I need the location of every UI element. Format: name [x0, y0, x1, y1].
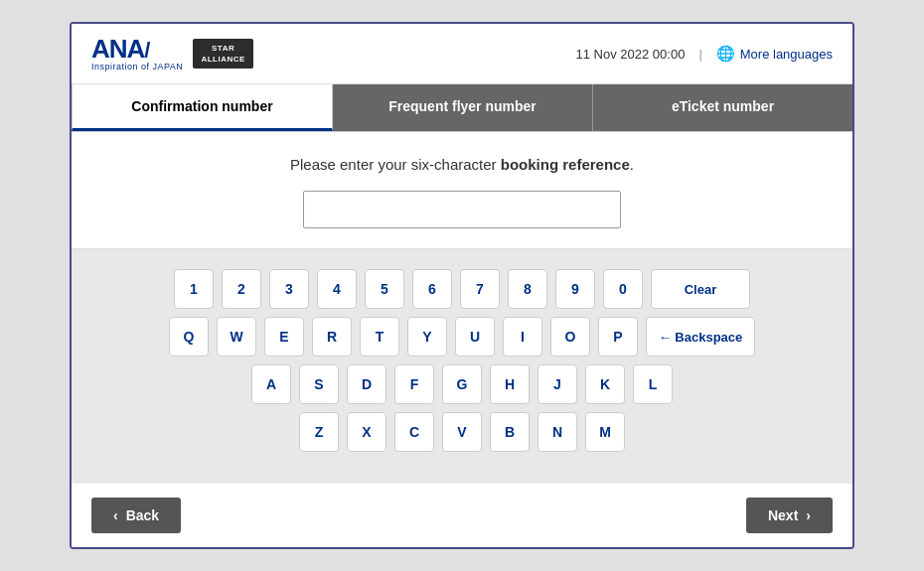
key-1[interactable]: 1 [174, 269, 214, 309]
more-languages-label: More languages [740, 47, 833, 62]
key-2[interactable]: 2 [222, 269, 261, 309]
input-wrapper [91, 191, 833, 228]
key-p[interactable]: P [598, 317, 638, 357]
key-v[interactable]: V [442, 412, 482, 452]
keyboard-row-z: Z X C V B N M [91, 412, 833, 452]
keyboard-row-q: Q W E R T Y U I O P ← Backspace [91, 317, 833, 357]
key-j[interactable]: J [538, 364, 577, 404]
next-button[interactable]: Next › [746, 498, 833, 533]
key-d[interactable]: D [347, 364, 386, 404]
keyboard-row-numbers: 1 2 3 4 5 6 7 8 9 0 Clear [91, 269, 833, 309]
key-s[interactable]: S [299, 364, 339, 404]
next-label: Next [768, 507, 798, 523]
key-u[interactable]: U [455, 317, 495, 357]
key-i[interactable]: I [503, 317, 542, 357]
ana-logo-text: ANA/ [91, 36, 149, 62]
footer: ‹ Back Next › [72, 484, 852, 547]
key-g[interactable]: G [442, 364, 482, 404]
key-k[interactable]: K [585, 364, 625, 404]
key-c[interactable]: C [394, 412, 434, 452]
key-4[interactable]: 4 [317, 269, 357, 309]
ana-tagline: Inspiration of JAPAN [91, 62, 183, 71]
main-container: ANA/ Inspiration of JAPAN STAR ALLIANCE … [70, 22, 854, 549]
header-divider: | [698, 47, 701, 62]
key-e[interactable]: E [264, 317, 304, 357]
backspace-arrow-icon: ← [659, 330, 672, 345]
back-button[interactable]: ‹ Back [91, 498, 181, 533]
key-8[interactable]: 8 [508, 269, 547, 309]
key-z[interactable]: Z [299, 412, 339, 452]
key-x[interactable]: X [347, 412, 386, 452]
tab-eticket[interactable]: eTicket number [593, 84, 852, 131]
key-6[interactable]: 6 [412, 269, 452, 309]
back-label: Back [126, 507, 159, 523]
key-0[interactable]: 0 [603, 269, 643, 309]
key-h[interactable]: H [490, 364, 530, 404]
key-t[interactable]: T [360, 317, 399, 357]
key-9[interactable]: 9 [555, 269, 595, 309]
key-o[interactable]: O [550, 317, 590, 357]
datetime: 11 Nov 2022 00:00 [576, 47, 686, 62]
more-languages-link[interactable]: 🌐 More languages [716, 45, 833, 63]
keyboard-section: 1 2 3 4 5 6 7 8 9 0 Clear Q W E R T Y U … [72, 249, 852, 484]
instruction-plain: Please enter your six-character [290, 156, 501, 173]
instruction-text: Please enter your six-character booking … [91, 156, 833, 173]
booking-reference-input[interactable] [303, 191, 621, 228]
key-l[interactable]: L [633, 364, 673, 404]
tab-confirmation[interactable]: Confirmation number [72, 84, 333, 131]
tabs: Confirmation number Frequent flyer numbe… [72, 84, 852, 132]
header-right: 11 Nov 2022 00:00 | 🌐 More languages [576, 45, 834, 63]
star-alliance-badge: STAR ALLIANCE [193, 39, 252, 69]
main-content: Please enter your six-character booking … [72, 132, 852, 249]
key-m[interactable]: M [585, 412, 625, 452]
key-r[interactable]: R [312, 317, 352, 357]
back-arrow-icon: ‹ [113, 507, 118, 523]
key-f[interactable]: F [394, 364, 434, 404]
key-clear[interactable]: Clear [651, 269, 750, 309]
key-b[interactable]: B [490, 412, 530, 452]
ana-logo: ANA/ Inspiration of JAPAN [91, 36, 183, 71]
key-7[interactable]: 7 [460, 269, 500, 309]
tab-frequent-flyer[interactable]: Frequent flyer number [333, 84, 593, 131]
header-left: ANA/ Inspiration of JAPAN STAR ALLIANCE [91, 36, 253, 71]
key-3[interactable]: 3 [269, 269, 309, 309]
key-y[interactable]: Y [407, 317, 447, 357]
key-5[interactable]: 5 [365, 269, 404, 309]
next-arrow-icon: › [806, 507, 811, 523]
instruction-bold: booking reference [501, 156, 630, 173]
key-q[interactable]: Q [169, 317, 209, 357]
globe-icon: 🌐 [716, 45, 735, 63]
key-w[interactable]: W [217, 317, 256, 357]
header: ANA/ Inspiration of JAPAN STAR ALLIANCE … [72, 24, 852, 84]
key-a[interactable]: A [251, 364, 291, 404]
key-backspace[interactable]: ← Backspace [646, 317, 755, 357]
key-n[interactable]: N [538, 412, 577, 452]
instruction-end: . [630, 156, 634, 173]
keyboard-row-a: A S D F G H J K L [91, 364, 833, 404]
